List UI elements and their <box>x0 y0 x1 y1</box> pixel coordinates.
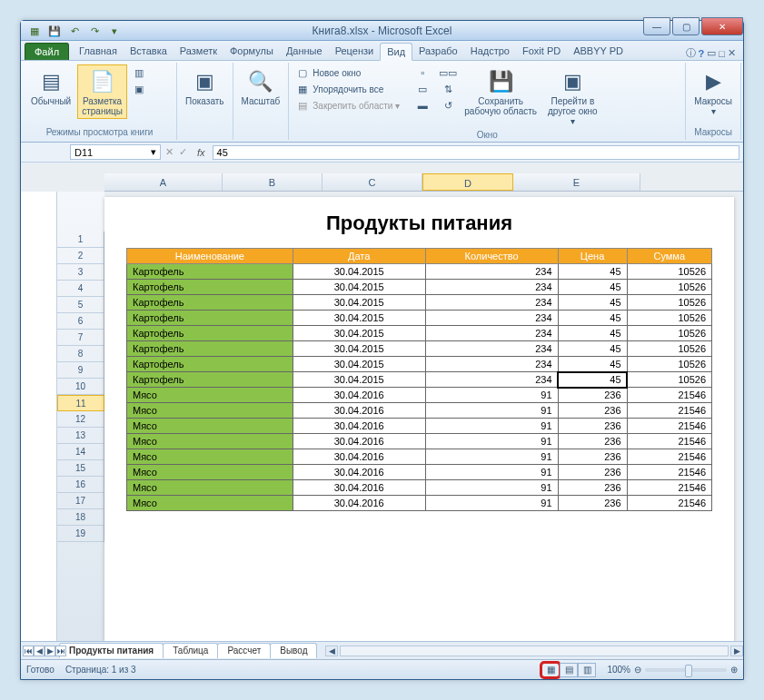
table-cell[interactable]: Мясо <box>127 480 293 496</box>
arrange-all-button[interactable]: ▦Упорядочить все <box>293 81 411 97</box>
page-layout-button[interactable]: 📄 Разметка страницы <box>77 64 127 119</box>
table-cell[interactable]: 10526 <box>627 357 711 372</box>
ribbon-tab-abbyy pd[interactable]: ABBYY PD <box>567 43 630 60</box>
table-cell[interactable]: 45 <box>558 295 627 311</box>
redo-icon[interactable]: ↷ <box>86 23 103 39</box>
row-header-1[interactable]: 1 <box>57 232 104 248</box>
ribbon-tab-данные[interactable]: Данные <box>280 43 329 60</box>
table-cell[interactable]: 45 <box>558 326 627 341</box>
table-header[interactable]: Сумма <box>627 249 711 264</box>
table-row[interactable]: Мясо30.04.20169123621546 <box>127 434 712 449</box>
minimize-button[interactable]: — <box>643 17 670 35</box>
row-header-13[interactable]: 13 <box>57 428 104 444</box>
sheet-tab[interactable]: Таблица <box>163 643 218 658</box>
table-cell[interactable]: 91 <box>425 465 558 480</box>
last-sheet-icon[interactable]: ⏭ <box>55 646 66 656</box>
first-sheet-icon[interactable]: ⏮ <box>23 646 34 656</box>
table-cell[interactable]: 10526 <box>627 341 711 357</box>
data-table[interactable]: НаименованиеДатаКоличествоЦенаСумма Карт… <box>126 248 712 511</box>
table-cell[interactable]: 21546 <box>627 388 711 403</box>
table-row[interactable]: Картофель30.04.20152344510526 <box>127 357 712 372</box>
table-cell[interactable]: 91 <box>425 434 558 449</box>
table-cell[interactable]: 10526 <box>627 280 711 295</box>
ribbon-tab-foxit pd[interactable]: Foxit PD <box>516 43 567 60</box>
name-box[interactable]: D11▾ <box>70 144 161 160</box>
table-row[interactable]: Мясо30.04.20169123621546 <box>127 465 712 480</box>
table-cell[interactable]: 45 <box>558 280 627 295</box>
table-cell[interactable]: Картофель <box>127 357 293 372</box>
table-row[interactable]: Картофель30.04.20152344510526 <box>127 341 712 357</box>
normal-view-button[interactable]: ▤ Обычный <box>26 64 75 109</box>
table-row[interactable]: Мясо30.04.20169123621546 <box>127 449 712 465</box>
table-cell[interactable]: 10526 <box>627 264 711 280</box>
formula-input[interactable]: 45 <box>213 145 739 160</box>
table-cell[interactable]: 234 <box>425 264 558 280</box>
table-cell[interactable]: Картофель <box>127 372 293 388</box>
freeze-panes-button[interactable]: ▤Закрепить области ▾ <box>293 97 411 113</box>
column-header-E[interactable]: E <box>513 173 640 191</box>
reset-pos-button[interactable]: ↺ <box>438 97 458 113</box>
table-cell[interactable]: 91 <box>425 388 558 403</box>
page-layout-view-icon[interactable]: ▤ <box>560 663 578 677</box>
zoom-slider[interactable] <box>645 668 727 672</box>
ribbon-collapse-icon[interactable]: ⓘ <box>686 46 696 60</box>
table-cell[interactable]: 10526 <box>627 311 711 326</box>
row-header-12[interactable]: 12 <box>57 411 104 428</box>
undo-icon[interactable]: ↶ <box>66 23 83 39</box>
table-cell[interactable]: 91 <box>425 419 558 434</box>
table-cell[interactable]: 234 <box>425 341 558 357</box>
table-cell[interactable]: 30.04.2015 <box>293 280 425 295</box>
table-cell[interactable]: 10526 <box>627 295 711 311</box>
table-cell[interactable]: 30.04.2016 <box>293 419 425 434</box>
table-cell[interactable]: Мясо <box>127 465 293 480</box>
table-cell[interactable]: Картофель <box>127 264 293 280</box>
table-cell[interactable]: 236 <box>558 449 627 465</box>
page-break-view-icon[interactable]: ▥ <box>578 663 596 677</box>
table-cell[interactable]: 236 <box>558 403 627 419</box>
table-cell[interactable]: 234 <box>425 280 558 295</box>
table-cell[interactable]: 45 <box>558 264 627 280</box>
row-header-18[interactable]: 18 <box>57 509 104 526</box>
zoom-level[interactable]: 100% <box>607 665 630 675</box>
table-cell[interactable]: 30.04.2015 <box>293 326 425 341</box>
table-cell[interactable]: 30.04.2015 <box>293 264 425 280</box>
table-cell[interactable]: Мясо <box>127 434 293 449</box>
table-cell[interactable]: Мясо <box>127 403 293 419</box>
table-header[interactable]: Цена <box>558 249 627 264</box>
table-cell[interactable]: 30.04.2016 <box>293 496 425 511</box>
normal-view-icon[interactable]: ▦ <box>541 663 560 677</box>
new-window-button[interactable]: ▢Новое окно <box>293 64 411 81</box>
table-row[interactable]: Мясо30.04.20169123621546 <box>127 480 712 496</box>
side-by-side-button[interactable]: ▭▭ <box>438 64 458 81</box>
table-cell[interactable]: 30.04.2015 <box>293 372 425 388</box>
column-header-B[interactable]: B <box>223 173 322 191</box>
help-icon[interactable]: ? <box>699 48 705 59</box>
row-header-4[interactable]: 4 <box>57 281 104 297</box>
row-header-2[interactable]: 2 <box>57 248 104 264</box>
table-row[interactable]: Мясо30.04.20169123621546 <box>127 496 712 511</box>
ribbon-tab-надстро[interactable]: Надстро <box>464 43 516 60</box>
table-cell[interactable]: 21546 <box>627 465 711 480</box>
window-restore-icon[interactable]: □ <box>719 48 725 59</box>
table-cell[interactable]: 236 <box>558 434 627 449</box>
table-cell[interactable]: 30.04.2015 <box>293 295 425 311</box>
ribbon-tab-вид[interactable]: Вид <box>380 43 412 61</box>
table-row[interactable]: Картофель30.04.20152344510526 <box>127 311 712 326</box>
zoom-button[interactable]: 🔍 Масштаб <box>237 64 285 109</box>
split-button[interactable]: ▫ <box>412 64 432 81</box>
sheet-tab[interactable]: Продукты питания <box>59 643 164 658</box>
table-header[interactable]: Количество <box>425 249 558 264</box>
table-cell[interactable]: 91 <box>425 480 558 496</box>
table-cell[interactable]: 91 <box>425 449 558 465</box>
table-cell[interactable]: 30.04.2016 <box>293 388 425 403</box>
table-cell[interactable]: 91 <box>425 403 558 419</box>
macros-button[interactable]: ▶ Макросы ▾ <box>690 64 737 119</box>
column-header-C[interactable]: C <box>322 173 422 191</box>
close-button[interactable]: ✕ <box>701 17 743 35</box>
table-cell[interactable]: 30.04.2016 <box>293 465 425 480</box>
switch-windows-button[interactable]: ▣ Перейти в другое окно ▾ <box>543 64 602 129</box>
table-header[interactable]: Наименование <box>127 249 293 264</box>
show-button[interactable]: ▣ Показать <box>181 64 229 109</box>
table-cell[interactable]: 30.04.2015 <box>293 357 425 372</box>
ribbon-tab-разрабо[interactable]: Разрабо <box>412 43 464 60</box>
